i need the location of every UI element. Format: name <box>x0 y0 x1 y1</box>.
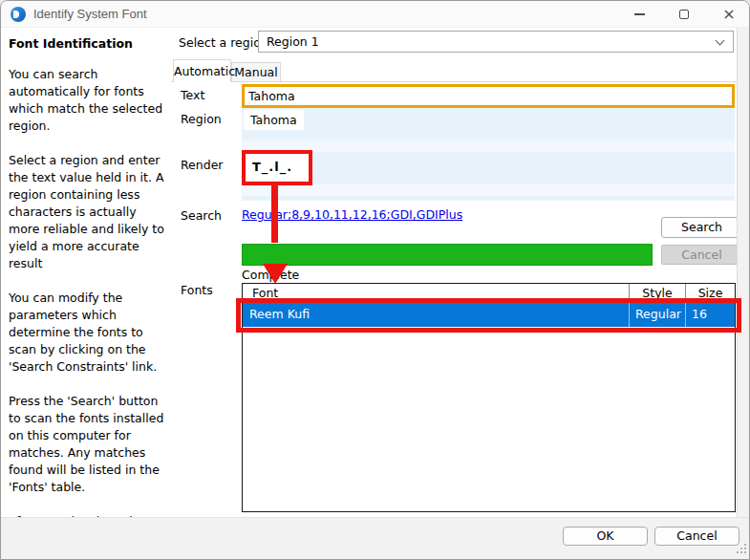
cancel-search-button[interactable]: Cancel <box>661 245 742 265</box>
search-progress-bar <box>242 244 653 266</box>
identify-system-font-dialog: Identify System Font × Font Identificati… <box>0 0 750 560</box>
minimize-button[interactable] <box>617 1 661 28</box>
font-cell: Reem Kufi <box>243 303 629 327</box>
minimize-icon <box>634 13 645 15</box>
sidebar-paragraph: Select a region and enter the text value… <box>9 152 167 272</box>
preview-panel <box>242 108 735 201</box>
column-header-font[interactable]: Font <box>243 284 629 302</box>
fonts-table: Font Style Size Reem Kufi Regular 16 <box>242 283 736 512</box>
region-dropdown[interactable]: Region 1 <box>258 31 734 53</box>
resize-grip[interactable] <box>737 551 739 553</box>
column-header-style[interactable]: Style <box>629 284 685 302</box>
sidebar-paragraph: Press the 'Search' button to scan the fo… <box>9 393 167 496</box>
cancel-button[interactable]: Cancel <box>654 527 739 546</box>
region-row-label: Region <box>181 112 222 126</box>
style-cell: Regular <box>629 303 685 327</box>
tab-divider <box>171 81 737 82</box>
annotation-arrow-line <box>271 184 278 243</box>
sidebar-heading: Font Identification <box>9 35 167 53</box>
tab-automatic[interactable]: Automatic <box>173 59 231 82</box>
maximize-button[interactable] <box>662 1 706 28</box>
search-row-label: Search <box>181 208 222 223</box>
ok-button[interactable]: OK <box>563 527 648 546</box>
text-input[interactable] <box>242 84 735 108</box>
search-button[interactable]: Search <box>661 217 742 238</box>
sidebar-paragraph: You can search automatically for fonts w… <box>9 66 167 135</box>
sidebar-paragraph: You can modify the parameters which dete… <box>9 290 167 376</box>
app-icon <box>11 7 26 22</box>
annotation-arrow-head <box>263 264 288 284</box>
right-margin-strip <box>737 28 750 517</box>
fonts-row-label: Fonts <box>181 283 213 297</box>
title-bar: Identify System Font × <box>1 1 750 28</box>
app-icon-glyph <box>13 11 19 18</box>
close-icon: × <box>722 7 735 22</box>
size-cell: 16 <box>685 303 735 327</box>
chevron-down-icon <box>716 36 725 46</box>
region-preview-image: Tahoma <box>244 110 304 130</box>
window-title: Identify System Font <box>33 1 147 28</box>
text-label: Text <box>181 88 204 102</box>
region-dropdown-value: Region 1 <box>267 34 319 49</box>
maximize-icon <box>679 10 689 19</box>
fonts-table-header: Font Style Size <box>243 284 735 303</box>
font-result-row[interactable]: Reem Kufi Regular 16 <box>243 303 735 327</box>
render-row-label: Render <box>181 158 224 172</box>
close-button[interactable]: × <box>707 1 750 28</box>
select-region-label: Select a region <box>179 35 268 50</box>
render-preview-annotated: T_.l_. <box>242 150 312 185</box>
tab-manual[interactable]: Manual <box>231 62 281 82</box>
column-header-size[interactable]: Size <box>685 284 735 302</box>
help-sidebar: Font Identification You can search autom… <box>9 35 167 560</box>
